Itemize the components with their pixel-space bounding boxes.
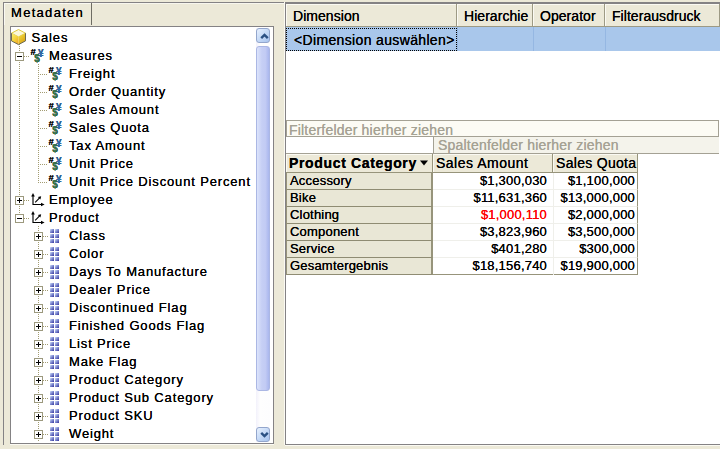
svg-text:$: $ bbox=[52, 89, 58, 100]
svg-text:$: $ bbox=[52, 179, 58, 190]
svg-text:$: $ bbox=[52, 107, 58, 118]
svg-text:$: $ bbox=[52, 71, 58, 82]
svg-text:$: $ bbox=[34, 53, 40, 64]
svg-text:$: $ bbox=[52, 125, 58, 136]
svg-text:$: $ bbox=[52, 143, 58, 154]
svg-text:$: $ bbox=[52, 161, 58, 172]
